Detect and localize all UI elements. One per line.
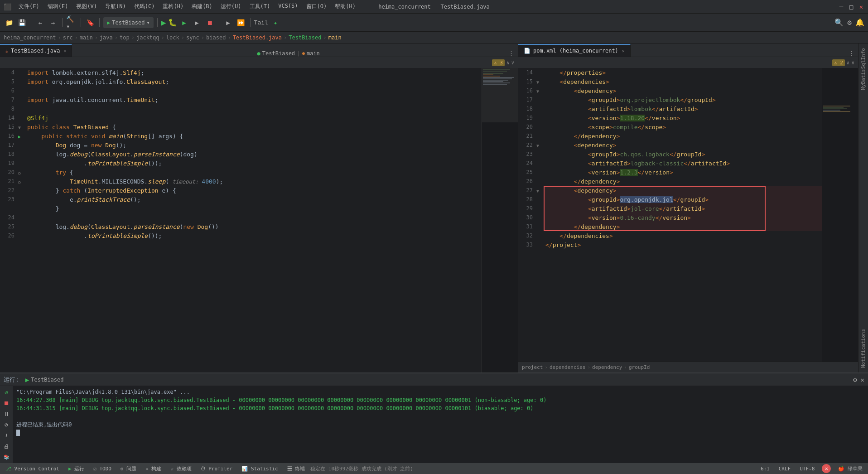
settings-icon[interactable]: ⚙ xyxy=(847,18,852,27)
breakpoint-icon[interactable]: ○ xyxy=(18,171,20,175)
fold-icon-22[interactable]: ▼ xyxy=(536,143,539,148)
breakpoint2-icon[interactable]: ○ xyxy=(18,180,20,184)
xml-bc-dependencies[interactable]: dependencies xyxy=(550,364,585,370)
profiler-tab[interactable]: ⏱ Profiler xyxy=(199,465,235,473)
scroll-down-button[interactable]: ∨ xyxy=(511,60,514,66)
stop-button[interactable]: ⏹ xyxy=(204,17,215,28)
breadcrumb-main[interactable]: main xyxy=(80,34,93,41)
encoding[interactable]: UTF-8 xyxy=(798,465,816,473)
code-editor-right[interactable]: 14 </properties> 15 ▼ <dependencies> xyxy=(518,68,858,362)
menu-help[interactable]: 帮助(H) xyxy=(333,2,357,11)
fold-icon-15[interactable]: ▼ xyxy=(536,80,539,85)
menu-nav[interactable]: 导航(N) xyxy=(103,2,128,11)
tab-testbiased-java[interactable]: ☕ TestBiased.java ✕ xyxy=(0,44,72,57)
bookmarks-bottom-icon[interactable]: 📚 xyxy=(2,452,11,461)
right-tab-menu[interactable]: ⋮ xyxy=(845,50,858,57)
stop-bottom-button[interactable]: ⏹ xyxy=(2,399,11,408)
method-run-icon[interactable]: ▶ xyxy=(18,134,21,139)
todo-tab[interactable]: ☑ TODO xyxy=(92,465,113,473)
notifications-status[interactable]: 🍎 绿苹果 xyxy=(836,464,864,473)
save-button[interactable]: 💾 xyxy=(16,17,27,28)
back-button[interactable]: ← xyxy=(35,17,46,28)
run-button[interactable]: ▶ xyxy=(161,18,166,27)
breadcrumb-project[interactable]: heima_concurrent xyxy=(4,34,56,41)
window-controls[interactable]: ─ □ ✕ xyxy=(838,4,864,10)
breadcrumb-method[interactable]: main xyxy=(328,34,342,41)
run-config-selector[interactable]: ▶ TestBiased ▾ xyxy=(103,17,154,28)
code-with-me-icon[interactable]: Tail xyxy=(254,19,268,26)
mybatis-tab[interactable]: MyBatisSqlInfo xyxy=(859,45,867,93)
xml-bc-project[interactable]: project xyxy=(522,364,543,370)
code-editor-left[interactable]: 4 import lombok.extern.slf4j.Slf4j; 5 im… xyxy=(0,68,518,372)
tab-testbiased[interactable]: TestBiased xyxy=(262,50,295,57)
code-scroll-left[interactable]: 4 import lombok.extern.slf4j.Slf4j; 5 im… xyxy=(0,68,482,372)
breadcrumb-biased[interactable]: biased xyxy=(206,34,226,41)
breadcrumb-file[interactable]: TestBiased.java xyxy=(233,34,282,41)
filter-button[interactable]: ⊘ xyxy=(2,420,11,429)
maximize-button[interactable]: □ xyxy=(848,4,854,10)
xml-bc-groupid[interactable]: groupId xyxy=(629,364,650,370)
menu-run[interactable]: 运行(U) xyxy=(219,2,243,11)
pause-button[interactable]: ⏸ xyxy=(2,409,11,418)
restart-button[interactable]: ↺ xyxy=(2,388,11,397)
breadcrumb-src[interactable]: src xyxy=(63,34,73,41)
statistic-tab[interactable]: 📊 Statistic xyxy=(240,465,280,473)
notification-icon[interactable]: 🔔 xyxy=(855,18,864,27)
run-config-label[interactable]: ▶ TestBiased xyxy=(23,375,67,384)
fold-icon-27[interactable]: ▼ xyxy=(536,189,539,193)
cursor-position[interactable]: 6:1 xyxy=(759,465,772,473)
deps-tab[interactable]: ☆ 依赖项 xyxy=(169,464,193,473)
debug-button[interactable]: 🐛 xyxy=(168,18,177,27)
scroll-to-end-button[interactable]: ⬇ xyxy=(2,431,11,440)
notifications-tab[interactable]: Notifications xyxy=(859,326,867,371)
menu-file[interactable]: 文件(F) xyxy=(17,2,41,11)
forward-button[interactable]: → xyxy=(48,17,58,28)
menu-bar[interactable]: 文件(F) 编辑(E) 视图(V) 导航(N) 代码(C) 重构(H) 构建(B… xyxy=(17,2,357,11)
print-button[interactable]: 🖨 xyxy=(2,442,11,451)
line-separator[interactable]: CRLF xyxy=(777,465,793,473)
tab-menu-button[interactable]: ⋮ xyxy=(505,50,518,57)
breadcrumb-sync[interactable]: sync xyxy=(186,34,199,41)
build-dropdown[interactable]: 🔨▾ xyxy=(66,17,77,28)
scroll-down-right-button[interactable]: ∨ xyxy=(851,60,854,66)
tab-main[interactable]: main xyxy=(307,50,320,57)
run-tab[interactable]: ▶ 运行 xyxy=(67,464,86,473)
menu-tools[interactable]: 工具(T) xyxy=(248,2,272,11)
xml-bc-dependency[interactable]: dependency xyxy=(592,364,622,370)
menu-code[interactable]: 代码(C) xyxy=(132,2,157,11)
version-control-tab[interactable]: ⎇ Version Control xyxy=(4,465,61,473)
open-button[interactable]: 📁 xyxy=(4,17,14,28)
search-everywhere-icon[interactable]: 🔍 xyxy=(834,18,844,27)
breadcrumb-jacktqq[interactable]: jacktqq xyxy=(136,34,159,41)
extra-run-button[interactable]: ▶ xyxy=(223,17,234,28)
menu-build[interactable]: 构建(B) xyxy=(190,2,214,11)
scroll-up-right-button[interactable]: ∧ xyxy=(847,60,850,66)
close-bottom-icon[interactable]: ✕ xyxy=(861,376,864,383)
tab-pom-close[interactable]: ✕ xyxy=(622,48,625,53)
fold-icon-16[interactable]: ▼ xyxy=(536,89,539,94)
build-tab[interactable]: ✦ 构建 xyxy=(144,464,163,473)
translate-button[interactable]: ✦ xyxy=(270,17,281,28)
scroll-up-button[interactable]: ∧ xyxy=(506,60,510,66)
terminal-tab[interactable]: ☰ 终端 xyxy=(285,464,307,473)
menu-view[interactable]: 视图(V) xyxy=(74,2,99,11)
tab-close-button[interactable]: ✕ xyxy=(63,48,66,53)
gear-icon-bottom[interactable]: ⚙ xyxy=(853,376,857,383)
class-fold-icon[interactable]: ▼ xyxy=(18,125,21,130)
extra-run2-button[interactable]: ⏩ xyxy=(236,17,246,28)
tab-pom-xml[interactable]: 📄 pom.xml (heima_concurrent) ✕ xyxy=(518,44,631,57)
menu-edit[interactable]: 编辑(E) xyxy=(46,2,70,11)
menu-window[interactable]: 窗口(O) xyxy=(304,2,329,11)
close-button[interactable]: ✕ xyxy=(858,4,864,10)
minimize-button[interactable]: ─ xyxy=(838,4,844,10)
bookmark-button[interactable]: 🔖 xyxy=(85,17,96,28)
breadcrumb-class[interactable]: TestBiased xyxy=(289,34,321,41)
breadcrumb-top[interactable]: top xyxy=(120,34,130,41)
run-extra-button[interactable]: ▶ xyxy=(192,17,203,28)
code-scroll-right[interactable]: 14 </properties> 15 ▼ <dependencies> xyxy=(518,68,822,362)
breadcrumb-java[interactable]: java xyxy=(100,34,113,41)
problems-tab[interactable]: ⊕ 问题 xyxy=(119,464,138,473)
run-coverage-button[interactable]: ▶ xyxy=(179,17,190,28)
menu-refactor[interactable]: 重构(H) xyxy=(161,2,185,11)
breadcrumb-lock[interactable]: lock xyxy=(166,34,179,41)
